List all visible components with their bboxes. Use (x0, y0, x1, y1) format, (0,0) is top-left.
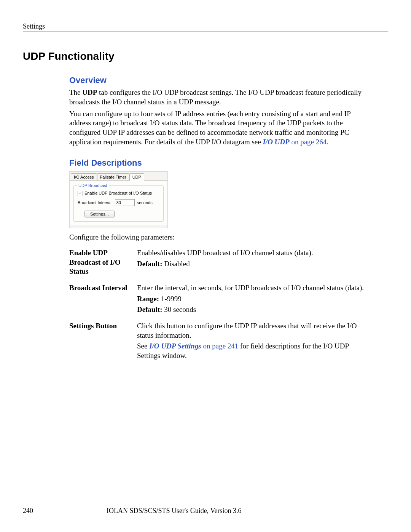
label: Range: (137, 295, 159, 303)
text: tab configures the I/O UDP broadcast set… (69, 88, 362, 106)
param-intro: Configure the following parameters: (69, 233, 373, 242)
param-desc-cell: Enter the interval, in seconds, for UDP … (137, 283, 373, 321)
param-default: Default: Disabled (137, 259, 373, 269)
text: See (137, 342, 149, 350)
running-header: Settings (23, 22, 388, 31)
param-desc-cell: Click this button to configure the UDP I… (137, 321, 373, 367)
param-desc: Enables/disables UDP broadcast of I/O ch… (137, 248, 373, 258)
interval-unit: seconds (137, 200, 153, 205)
group-legend: UDP Broadcast (77, 183, 109, 188)
table-row: Settings Button Click this button to con… (69, 321, 373, 367)
value: 30 seconds (162, 305, 196, 313)
param-table: Enable UDP Broadcast of I/O Status Enabl… (69, 248, 373, 367)
text: The (69, 88, 82, 96)
tab-udp[interactable]: UDP (129, 173, 144, 181)
tab-io-access[interactable]: I/O Access (71, 173, 97, 181)
link-text-ital: I/O UDP Settings (149, 342, 201, 350)
tab-panel: UDP Broadcast ✓ Enable UDP Broadcast of … (70, 181, 167, 225)
interval-label: Broadcast Interval: (78, 200, 113, 205)
io-udp-link[interactable]: I/O UDP on page 264 (263, 138, 327, 146)
param-see: See I/O UDP Settings on page 241 for fie… (137, 342, 373, 360)
link-text-rest: on page 241 (201, 342, 239, 350)
ui-screenshot: I/O Access Failsafe Timer UDP UDP Broadc… (69, 171, 168, 228)
link-text-rest: on page 264 (290, 138, 327, 146)
interval-input[interactable]: 30 (115, 199, 135, 206)
table-row: Enable UDP Broadcast of I/O Status Enabl… (69, 248, 373, 283)
fielddesc-heading: Field Descriptions (69, 158, 373, 169)
label: Default: (137, 260, 162, 268)
param-default: Default: 30 seconds (137, 305, 373, 315)
param-desc: Enter the interval, in seconds, for UDP … (137, 283, 373, 293)
tab-failsafe-timer[interactable]: Failsafe Timer (97, 173, 129, 181)
io-udp-settings-link[interactable]: I/O UDP Settings on page 241 (149, 342, 238, 350)
settings-button[interactable]: Settings... (84, 211, 115, 217)
page-number: 240 (23, 506, 107, 515)
overview-heading: Overview (69, 75, 373, 86)
param-desc: Click this button to configure the UDP I… (137, 321, 373, 340)
overview-p1: The UDP tab configures the I/O UDP broad… (69, 88, 373, 107)
udp-broadcast-group: UDP Broadcast ✓ Enable UDP Broadcast of … (73, 185, 164, 222)
enable-udp-checkbox[interactable]: ✓ (78, 191, 83, 196)
udp-bold: UDP (82, 88, 97, 96)
header-rule (23, 32, 388, 32)
param-label: Settings Button (69, 321, 137, 367)
value: 1-9999 (159, 295, 182, 303)
tab-strip: I/O Access Failsafe Timer UDP (70, 172, 167, 181)
param-label: Enable UDP Broadcast of I/O Status (69, 248, 137, 283)
overview-p2: You can configure up to four sets of IP … (69, 109, 373, 147)
param-label: Broadcast Interval (69, 283, 137, 321)
link-text-ital: I/O UDP (263, 138, 289, 146)
value: Disabled (162, 260, 190, 268)
page-footer: 240 IOLAN SDS/SCS/STS User's Guide, Vers… (23, 506, 388, 515)
param-range: Range: 1-9999 (137, 294, 373, 304)
table-row: Broadcast Interval Enter the interval, i… (69, 283, 373, 321)
text: . (327, 138, 328, 146)
label: Default: (137, 305, 162, 313)
section-title: UDP Functionality (23, 50, 388, 63)
param-desc-cell: Enables/disables UDP broadcast of I/O ch… (137, 248, 373, 283)
footer-text: IOLAN SDS/SCS/STS User's Guide, Version … (107, 506, 388, 515)
enable-udp-label: Enable UDP Broadcast of I/O Status (84, 190, 152, 196)
